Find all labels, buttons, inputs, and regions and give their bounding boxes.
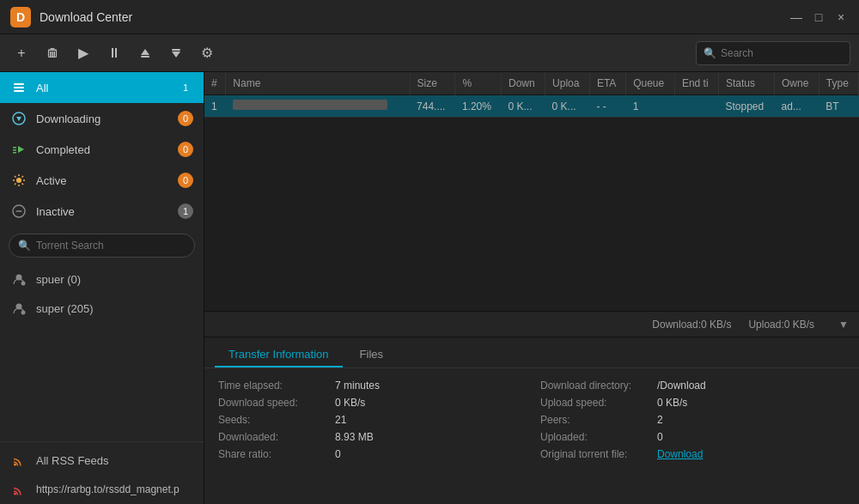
cell-type: BT [819,95,858,118]
completed-icon [10,141,27,158]
download-table: # Name Size % Down Uploa ETA Queue End t… [204,72,859,118]
app-title: Download Center [40,10,789,24]
sidebar-downloading-badge: 0 [178,111,193,126]
sidebar-completed-badge: 0 [178,142,193,157]
info-right-col: Download directory: /Download Upload spe… [540,377,845,463]
col-eta: ETA [589,72,625,95]
sidebar-rss-all[interactable]: All RSS Feeds [0,446,204,475]
user-super-icon [10,300,27,317]
main-area: All 1 Downloading 0 [0,72,859,504]
sidebar-item-inactive[interactable]: Inactive 1 [0,196,204,227]
svg-line-25 [22,176,24,178]
rss-url-icon [10,481,27,498]
settings-button[interactable]: ⚙ [194,40,220,66]
search-input[interactable] [721,47,850,59]
svg-rect-4 [51,48,55,50]
add-button[interactable]: + [9,40,34,66]
sidebar-user-spuer[interactable]: spuer (0) [0,264,204,294]
info-uploaded: Uploaded: 0 [540,428,845,446]
svg-marker-8 [172,52,180,58]
sidebar-inactive-badge: 1 [178,203,193,219]
svg-rect-9 [172,49,180,51]
move-down-button[interactable] [163,40,189,66]
sidebar: All 1 Downloading 0 [0,72,204,504]
sidebar-item-all[interactable]: All 1 [0,72,204,103]
svg-rect-28 [16,210,22,212]
cell-endtime [674,95,718,118]
info-download-speed: Download speed: 0 KB/s [218,394,523,411]
download-table-container[interactable]: # Name Size % Down Uploa ETA Queue End t… [204,72,859,311]
table-header-row: # Name Size % Down Uploa ETA Queue End t… [204,72,859,95]
torrent-name-blurred [233,100,387,110]
rss-all-icon [10,452,27,469]
inactive-icon [10,203,27,220]
cell-size: 744.... [410,95,455,118]
move-up-icon [138,46,152,60]
sidebar-rss-url-label: https://rarbg.to/rssdd_magnet.p [36,483,180,495]
sidebar-downloading-label: Downloading [36,112,178,125]
col-status: Status [719,72,775,95]
window-controls: — □ × [789,9,849,25]
sidebar-inactive-label: Inactive [36,205,178,218]
svg-point-18 [16,178,21,183]
sidebar-user-spuer-label: spuer (0) [36,273,81,286]
torrent-download-link[interactable]: Download [657,448,703,460]
sidebar-item-downloading[interactable]: Downloading 0 [0,103,204,134]
toolbar: + ▶ ⏸ ⚙ 🔍 [0,34,859,72]
title-bar: D Download Center — □ × [0,0,859,34]
cell-upload: 0 K... [545,95,590,118]
info-share-ratio: Share ratio: 0 [218,446,523,463]
sidebar-all-label: All [36,82,178,94]
svg-line-24 [22,184,24,185]
close-button[interactable]: × [833,9,849,25]
sidebar-item-completed[interactable]: Completed 0 [0,134,204,165]
user-spuer-icon [10,270,27,288]
maximize-button[interactable]: □ [811,9,826,25]
cell-num: 1 [204,95,226,118]
svg-line-26 [15,184,16,185]
sidebar-rss-all-label: All RSS Feeds [36,454,109,467]
delete-button[interactable] [40,40,65,66]
sidebar-divider [0,441,204,442]
sidebar-user-super[interactable]: super (205) [0,294,204,323]
cell-eta: - - [589,95,625,118]
search-box: 🔍 [696,41,850,65]
pause-button[interactable]: ⏸ [101,40,127,66]
svg-line-23 [15,176,16,178]
cell-queue: 1 [626,95,675,118]
expand-panel-button[interactable]: ▼ [838,319,849,331]
info-time-elapsed: Time elapsed: 7 minutes [218,377,523,394]
svg-point-32 [21,311,26,315]
sidebar-item-active[interactable]: Active 0 [0,165,204,196]
svg-marker-14 [16,117,21,121]
info-left-col: Time elapsed: 7 minutes Download speed: … [218,377,523,463]
torrent-search-box: 🔍 [9,234,195,258]
svg-rect-1 [52,52,53,57]
svg-rect-12 [14,90,24,92]
cell-percent: 1.20% [455,95,502,118]
cell-down: 0 K... [502,95,545,118]
cell-name [226,95,410,118]
cell-owner: ad... [775,95,819,118]
move-up-button[interactable] [132,40,158,66]
sidebar-rss-url[interactable]: https://rarbg.to/rssdd_magnet.p [0,475,204,504]
move-down-icon [169,46,183,60]
torrent-search-input[interactable] [36,240,186,252]
transfer-info-grid: Time elapsed: 7 minutes Download speed: … [204,368,859,471]
col-owner: Owne [775,72,819,95]
downloading-icon [10,110,27,127]
table-row[interactable]: 1 744.... 1.20% 0 K... 0 K... - - 1 Stop… [204,95,859,118]
svg-point-34 [14,493,16,495]
sidebar-user-super-label: super (205) [36,302,93,315]
upload-speed-status: Upload:0 KB/s [748,319,814,331]
col-name: Name [226,72,410,95]
app-icon: D [10,7,31,27]
tab-transfer-info[interactable]: Transfer Information [215,343,343,367]
svg-rect-7 [141,56,149,58]
play-button[interactable]: ▶ [70,40,96,66]
info-download-dir: Download directory: /Download [540,377,845,394]
cell-status: Stopped [719,95,775,118]
tab-files[interactable]: Files [346,343,397,367]
minimize-button[interactable]: — [789,9,804,25]
info-peers: Peers: 2 [540,411,845,428]
